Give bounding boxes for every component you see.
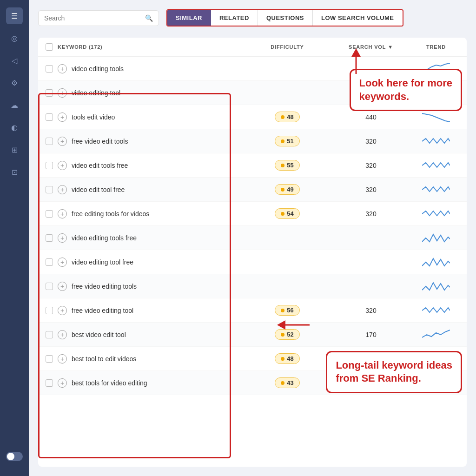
trend-cell: [413, 304, 459, 317]
search-box[interactable]: 🔍: [38, 10, 159, 26]
add-keyword-btn[interactable]: +: [58, 330, 67, 339]
add-keyword-btn[interactable]: +: [58, 88, 67, 98]
select-all-checkbox[interactable]: [46, 43, 53, 51]
row-checkbox[interactable]: [46, 234, 53, 242]
sidebar-icon-cloud[interactable]: ☁: [6, 97, 23, 113]
row-checkbox[interactable]: [46, 186, 53, 193]
row-checkbox[interactable]: [46, 89, 53, 97]
row-checkbox[interactable]: [46, 283, 53, 290]
sidebar-icon-box[interactable]: ⊡: [6, 164, 23, 180]
difficulty-badge: 54: [275, 208, 299, 219]
keyword-cell: + tools edit video: [46, 112, 245, 122]
keyword-cell: + free video edit tools: [46, 137, 245, 146]
add-keyword-btn[interactable]: +: [58, 137, 67, 146]
search-input[interactable]: [44, 14, 141, 22]
keyword-cell: + free editing tools for videos: [46, 209, 245, 218]
keyword-cell: + best video edit tool: [46, 330, 245, 339]
add-keyword-btn[interactable]: +: [58, 112, 67, 122]
difficulty-badge: 55: [275, 160, 299, 171]
sidebar: ☰ ◎ ◁ ⚙ ☁ ◐ ⊞ ⊡: [0, 0, 29, 476]
keyword-text: best tool to edit videos: [72, 355, 136, 363]
row-checkbox[interactable]: [46, 307, 53, 314]
keyword-text: free video editing tool: [72, 307, 133, 314]
table-row: + best video edit tool 52 170: [38, 323, 467, 347]
add-keyword-btn[interactable]: +: [58, 185, 67, 194]
volume-cell: 170: [329, 331, 413, 338]
add-keyword-btn[interactable]: +: [58, 233, 67, 243]
annotation-bottom-line2: from SE Ranking.: [336, 372, 421, 384]
difficulty-dot: [281, 188, 284, 192]
volume-cell: 320: [329, 186, 413, 193]
difficulty-cell: 55: [245, 160, 329, 171]
annotation-bottom: Long-tail keyword ideas from SE Ranking.: [326, 351, 462, 393]
difficulty-value: 48: [287, 113, 293, 120]
keyword-text: best tools for video editing: [72, 379, 147, 387]
add-keyword-btn[interactable]: +: [58, 354, 67, 364]
difficulty-badge: 49: [275, 184, 299, 195]
tab-related[interactable]: RELATED: [211, 10, 258, 26]
trend-cell: [413, 183, 459, 196]
difficulty-cell: 48: [245, 353, 329, 364]
tab-low-search-volume[interactable]: LOW SEARCH VOLUME: [313, 10, 403, 26]
difficulty-value: 49: [287, 186, 293, 193]
difficulty-value: 54: [287, 210, 293, 217]
volume-cell: 320: [329, 162, 413, 169]
row-checkbox[interactable]: [46, 113, 53, 121]
keyword-cell: + video edit tool free: [46, 185, 245, 194]
sidebar-icon-settings[interactable]: ⚙: [6, 74, 23, 91]
tab-questions[interactable]: QUESTIONS: [258, 10, 313, 26]
sidebar-icon-back[interactable]: ◁: [6, 52, 23, 69]
add-keyword-btn[interactable]: +: [58, 161, 67, 170]
difficulty-cell: 51: [245, 136, 329, 146]
difficulty-col-header: DIFFICULTY: [245, 44, 329, 50]
difficulty-value: 43: [287, 379, 293, 386]
keyword-cell: + video editing tools: [46, 64, 245, 73]
difficulty-dot: [281, 139, 284, 143]
sidebar-icon-circle[interactable]: ◐: [6, 119, 23, 136]
tab-similar[interactable]: SIMILAR: [167, 10, 211, 26]
add-keyword-btn[interactable]: +: [58, 258, 67, 267]
row-checkbox[interactable]: [46, 355, 53, 363]
difficulty-dot: [281, 357, 284, 361]
keyword-text: video edit tools free: [72, 162, 128, 169]
row-checkbox[interactable]: [46, 65, 53, 73]
add-keyword-btn[interactable]: +: [58, 64, 67, 73]
difficulty-value: 51: [287, 138, 293, 145]
add-keyword-btn[interactable]: +: [58, 306, 67, 315]
annotation-top-line1: Look here for more: [359, 77, 452, 89]
sidebar-icon-menu[interactable]: ☰: [6, 7, 23, 24]
row-checkbox[interactable]: [46, 379, 53, 387]
sidebar-icon-grid[interactable]: ⊞: [6, 141, 23, 158]
row-checkbox[interactable]: [46, 210, 53, 218]
keyword-text: video editing tools free: [72, 234, 137, 242]
row-checkbox[interactable]: [46, 258, 53, 266]
row-checkbox[interactable]: [46, 162, 53, 169]
table-header: KEYWORD (172) DIFFICULTY SEARCH VOL ▼ TR…: [38, 38, 467, 57]
svg-marker-3: [277, 320, 285, 330]
trend-col-header: TREND: [413, 44, 459, 50]
trend-cell: [413, 111, 459, 124]
difficulty-badge: 43: [275, 377, 299, 388]
row-checkbox[interactable]: [46, 331, 53, 338]
difficulty-value: 55: [287, 162, 293, 169]
search-icon: 🔍: [145, 14, 153, 22]
keyword-cell: + best tools for video editing: [46, 378, 245, 388]
keyword-text: free video edit tools: [72, 138, 128, 145]
keyword-text: best video edit tool: [72, 331, 126, 338]
row-checkbox[interactable]: [46, 138, 53, 145]
table-row: + video editing tool free: [38, 250, 467, 274]
difficulty-value: 56: [287, 307, 293, 314]
tabs-container: SIMILAR RELATED QUESTIONS LOW SEARCH VOL…: [166, 9, 403, 26]
keyword-cell: + video editing tool: [46, 88, 245, 98]
keyword-cell: + free video editing tools: [46, 282, 245, 291]
annotation-top-line2: keywords.: [359, 91, 410, 102]
search-vol-col-header[interactable]: SEARCH VOL ▼: [329, 44, 413, 50]
add-keyword-btn[interactable]: +: [58, 209, 67, 218]
add-keyword-btn[interactable]: +: [58, 282, 67, 291]
sidebar-icon-search[interactable]: ◎: [6, 30, 23, 46]
keyword-cell: + free video editing tool: [46, 306, 245, 315]
difficulty-value: 48: [287, 355, 293, 362]
sidebar-toggle[interactable]: [6, 452, 23, 461]
add-keyword-btn[interactable]: +: [58, 378, 67, 388]
volume-cell: 320: [329, 307, 413, 314]
